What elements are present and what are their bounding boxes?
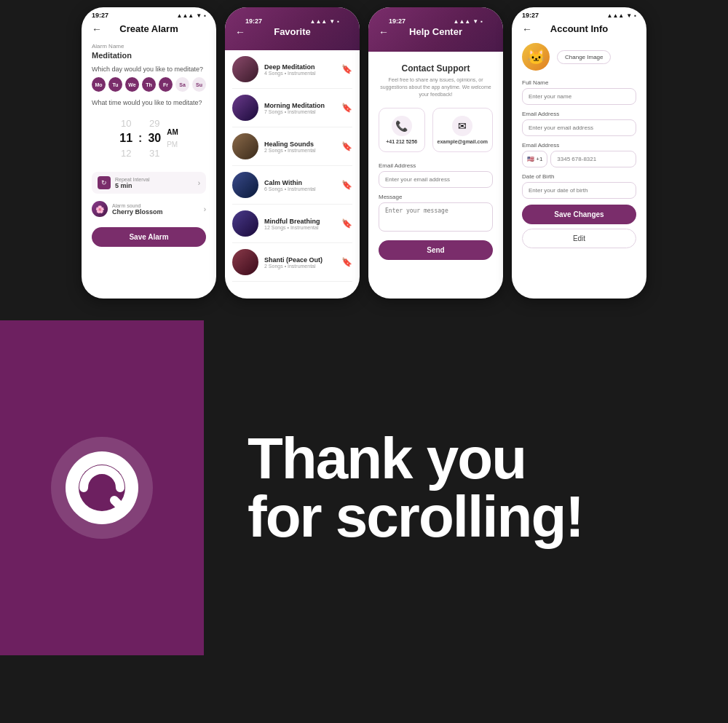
time-picker: 10 11 12 : 29 30 31 AM PM — [92, 111, 206, 166]
track-thumb-2 — [232, 95, 258, 121]
message-form-label: Message — [379, 194, 493, 200]
status-bar-2: 19:27 ▲▲▲ ▼ ▪ — [235, 13, 349, 26]
edit-button[interactable]: Edit — [522, 229, 636, 248]
phone2-nav: ← Favorite — [235, 26, 349, 37]
repeat-chevron[interactable]: › — [198, 179, 200, 187]
track-sub-2: 7 Songs • Instrumental — [264, 109, 336, 114]
save-alarm-button[interactable]: Save Alarm — [92, 227, 206, 247]
alarm-sound-label: Alarm sound — [112, 203, 163, 208]
email-address-input[interactable] — [522, 119, 636, 136]
email-contact-card[interactable]: ✉ example@gmail.com — [432, 108, 493, 152]
save-changes-button[interactable]: Save Changes — [522, 205, 636, 224]
battery-icon-4: ▪ — [634, 12, 636, 19]
day-fr[interactable]: Fr — [159, 77, 173, 92]
logo-circle — [51, 437, 153, 539]
back-arrow-3[interactable]: ← — [379, 26, 389, 38]
day-th[interactable]: Th — [142, 77, 156, 92]
status-icons-2: ▲▲▲ ▼ ▪ — [309, 18, 339, 25]
status-time-1: 19:27 — [92, 12, 108, 19]
track-sub-1: 4 Songs • Instrumental — [264, 71, 336, 76]
phone-help-center: 19:27 ▲▲▲ ▼ ▪ ← Help Center Contact Supp… — [368, 7, 503, 299]
message-form-textarea[interactable] — [379, 202, 493, 232]
repeat-icon: ↻ — [98, 176, 111, 189]
dob-input[interactable] — [522, 182, 636, 199]
phone-input-row: 🇺🇸 +1 — [522, 151, 636, 167]
hour-after: 12 — [121, 148, 131, 159]
battery-icon-2: ▪ — [337, 18, 339, 25]
status-bar-1: 19:27 ▲▲▲ ▼ ▪ — [82, 7, 216, 20]
battery-icon-3: ▪ — [480, 18, 483, 25]
alarm-name-label: Alarm Name — [92, 43, 206, 50]
repeat-row: ↻ Repeat Interval 5 min › — [92, 172, 206, 194]
track-sub-6: 2 Songs • Instrumental — [264, 264, 336, 269]
flag-prefix: 🇺🇸 +1 — [522, 151, 547, 167]
full-name-input[interactable] — [522, 88, 636, 105]
track-thumb-5 — [232, 210, 258, 237]
bookmark-icon-3[interactable]: 🔖 — [341, 141, 352, 151]
back-arrow-2[interactable]: ← — [235, 26, 245, 38]
back-arrow-4[interactable]: ← — [522, 23, 532, 35]
sound-icon: 🌸 — [92, 201, 108, 217]
sound-chevron[interactable]: › — [204, 205, 206, 213]
battery-icon-1: ▪ — [204, 12, 206, 19]
signal-icon-2: ▲▲▲ — [309, 18, 327, 25]
track-info-5: Mindful Breathing 12 Songs • Instrumenta… — [264, 218, 336, 230]
phone-number-input[interactable] — [550, 151, 636, 167]
send-button[interactable]: Send — [379, 240, 493, 260]
track-sub-3: 2 Songs • Instrumental — [264, 148, 336, 153]
period-col: AM PM — [167, 128, 178, 149]
phone3-header: 19:27 ▲▲▲ ▼ ▪ ← Help Center — [368, 7, 503, 52]
email-address-field: Email Address — [522, 111, 636, 136]
status-icons-4: ▲▲▲ ▼ ▪ — [606, 12, 636, 19]
track-info-3: Healing Sounds 2 Songs • Instrumental — [264, 141, 336, 153]
question2: What time would you like to meditate? — [92, 99, 206, 106]
track-item-6[interactable]: Shanti (Peace Out) 2 Songs • Instrumenta… — [232, 243, 352, 282]
day-su[interactable]: Su — [192, 77, 206, 92]
day-mo[interactable]: Mo — [92, 77, 106, 92]
track-info-4: Calm Within 6 Songs • Instrumental — [264, 179, 336, 191]
min-selected: 30 — [148, 132, 161, 145]
thank-you-text: Thank you — [248, 426, 526, 491]
change-image-button[interactable]: Change Image — [557, 50, 611, 64]
wifi-icon-1: ▼ — [196, 12, 202, 19]
track-name-2: Morning Meditation — [264, 102, 336, 109]
min-after: 31 — [149, 148, 159, 159]
phone-contact-card[interactable]: 📞 +41 212 5256 — [379, 108, 425, 152]
phone2-title: Favorite — [274, 26, 311, 37]
track-item-2[interactable]: Morning Meditation 7 Songs • Instrumenta… — [232, 89, 352, 127]
bookmark-icon-5[interactable]: 🔖 — [341, 218, 352, 229]
track-item-3[interactable]: Healing Sounds 2 Songs • Instrumental 🔖 — [232, 127, 352, 166]
bookmark-icon-6[interactable]: 🔖 — [341, 257, 352, 267]
email-form-input[interactable] — [379, 171, 493, 188]
bookmark-icon-2[interactable]: 🔖 — [341, 103, 352, 113]
day-we[interactable]: We — [125, 77, 139, 92]
repeat-value: 5 min — [115, 182, 149, 189]
brand-logo — [62, 448, 142, 528]
phone1-header: ← Create Alarm — [82, 20, 216, 39]
email-contact-detail: example@gmail.com — [438, 139, 488, 144]
phone-number-label: Email Address — [522, 142, 636, 149]
message-form-group: Message — [379, 194, 493, 234]
day-sa[interactable]: Sa — [175, 77, 189, 92]
back-arrow-1[interactable]: ← — [92, 23, 102, 35]
track-item-5[interactable]: Mindful Breathing 12 Songs • Instrumenta… — [232, 205, 352, 243]
bookmark-icon-1[interactable]: 🔖 — [341, 64, 352, 74]
alarm-sound-value: Cherry Blossom — [112, 208, 163, 216]
wifi-icon-3: ▼ — [472, 18, 478, 25]
full-name-field: Full Name — [522, 79, 636, 105]
phone3-nav: ← Help Center — [379, 26, 493, 37]
day-tu[interactable]: Tu — [108, 77, 122, 92]
phone1-body: Alarm Name Meditation Which day would yo… — [82, 39, 216, 251]
repeat-info: Repeat Interval 5 min — [115, 177, 149, 189]
for-scrolling-text: for scrolling! — [248, 484, 583, 549]
track-item-1[interactable]: Deep Meditation 4 Songs • Instrumental 🔖 — [232, 50, 352, 89]
time-sep: : — [138, 132, 142, 145]
track-info-1: Deep Meditation 4 Songs • Instrumental — [264, 63, 336, 76]
track-item-4[interactable]: Calm Within 6 Songs • Instrumental 🔖 — [232, 166, 352, 205]
track-sub-4: 6 Songs • Instrumental — [264, 186, 336, 191]
day-buttons: Mo Tu We Th Fr Sa Su — [92, 77, 206, 92]
sound-info: Alarm sound Cherry Blossom — [112, 203, 163, 216]
bookmark-icon-4[interactable]: 🔖 — [341, 180, 352, 190]
signal-icon-4: ▲▲▲ — [606, 12, 624, 19]
phone-number-field: Email Address 🇺🇸 +1 — [522, 142, 636, 167]
